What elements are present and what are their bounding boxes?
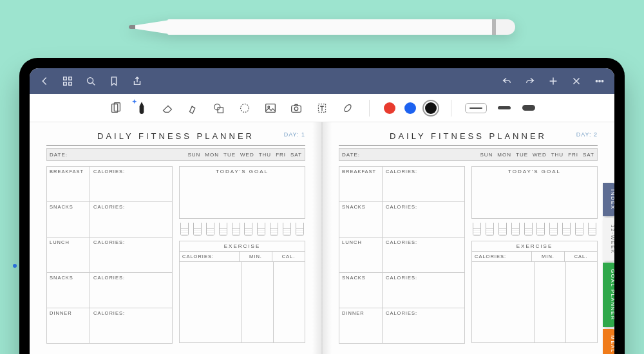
svg-rect-11: [218, 107, 223, 113]
stroke-thick[interactable]: [522, 105, 535, 111]
color-red[interactable]: [384, 102, 395, 114]
screen: ✦ DAILY FITNESS PLANNERDAY: 1DATE:SUNMON…: [30, 68, 614, 354]
tab-index[interactable]: INDEX: [603, 183, 614, 216]
tab-goal-planner[interactable]: GOAL PLANNER: [603, 263, 614, 327]
redo-icon[interactable]: [524, 75, 536, 87]
svg-point-4: [88, 78, 93, 84]
meal-breakfast[interactable]: BREAKFASTCALORIES:: [46, 166, 173, 202]
shapes-icon[interactable]: [212, 100, 226, 116]
date-row[interactable]: DATE:SUNMONTUEWEDTHUFRISAT: [46, 148, 305, 161]
back-icon[interactable]: [39, 75, 50, 87]
svg-rect-13: [266, 104, 276, 112]
pencil-cap: [496, 19, 515, 35]
camera-icon[interactable]: [289, 100, 303, 116]
undo-icon[interactable]: [501, 75, 513, 87]
meal-snacks[interactable]: SNACKSCALORIES:: [46, 201, 173, 238]
exercise-table[interactable]: EXERCISECALORIES:MIN.CAL.: [179, 241, 305, 343]
meal-lunch[interactable]: LUNCHCALORIES:: [46, 237, 173, 273]
page-title: DAILY FITNESS PLANNER: [390, 131, 547, 141]
todays-goal[interactable]: TODAY'S GOAL: [471, 166, 598, 219]
planner-page-day-1[interactable]: DAILY FITNESS PLANNERDAY: 1DATE:SUNMONTU…: [30, 122, 322, 354]
page-spread[interactable]: DAILY FITNESS PLANNERDAY: 1DATE:SUNMONTU…: [30, 122, 614, 354]
stroke-medium[interactable]: [498, 106, 511, 109]
svg-rect-1: [69, 77, 72, 80]
planner-page-day-2[interactable]: DAILY FITNESS PLANNERDAY: 2DATE:SUNMONTU…: [322, 122, 614, 354]
drawing-toolbar: ✦: [30, 94, 614, 122]
color-black[interactable]: [425, 102, 437, 114]
meal-dinner[interactable]: DINNERCALORIES:: [339, 308, 465, 344]
svg-point-10: [214, 104, 220, 109]
water-tracker[interactable]: [471, 223, 598, 236]
day-tag: DAY: 1: [284, 131, 305, 138]
date-row[interactable]: DATE:SUNMONTUEWEDTHUFRISAT: [339, 148, 598, 161]
svg-rect-0: [64, 77, 67, 80]
svg-point-5: [596, 80, 597, 82]
svg-point-7: [601, 80, 603, 82]
lasso-icon[interactable]: [238, 100, 252, 116]
svg-point-6: [599, 80, 600, 82]
close-icon[interactable]: [571, 75, 582, 87]
stroke-thin[interactable]: [466, 104, 486, 113]
tab-meal-planner[interactable]: MEAL PLANNER: [603, 329, 614, 354]
pen-icon[interactable]: ✦: [135, 100, 149, 116]
meal-dinner[interactable]: DINNERCALORIES:: [46, 308, 173, 344]
exercise-table[interactable]: EXERCISECALORIES:MIN.CAL.: [471, 241, 598, 343]
tab-12-week[interactable]: 12-WEEK: [603, 218, 614, 261]
share-icon[interactable]: [131, 75, 143, 87]
svg-rect-2: [64, 82, 67, 86]
meal-lunch[interactable]: LUNCHCALORIES:: [339, 237, 465, 273]
side-tabs: INDEX12-WEEKGOAL PLANNERMEAL PLANNERRECI…: [603, 183, 614, 354]
highlighter-icon[interactable]: [186, 100, 200, 116]
text-icon[interactable]: [315, 100, 329, 116]
color-blue[interactable]: [404, 102, 416, 114]
meal-breakfast[interactable]: BREAKFASTCALORIES:: [339, 166, 465, 202]
add-icon[interactable]: [547, 75, 559, 87]
app-titlebar: [30, 68, 614, 94]
image-icon[interactable]: [263, 100, 278, 116]
svg-point-12: [241, 104, 249, 112]
eraser-icon[interactable]: [160, 100, 175, 116]
shape-tool-icon[interactable]: [109, 100, 123, 116]
meal-snacks[interactable]: SNACKSCALORIES:: [46, 272, 173, 308]
svg-point-18: [343, 103, 352, 113]
tablet-frame: ✦ DAILY FITNESS PLANNERDAY: 1DATE:SUNMON…: [19, 58, 625, 354]
bookmark-icon[interactable]: [108, 75, 120, 87]
camera-indicator: [13, 264, 17, 268]
pencil-body: [167, 19, 496, 35]
svg-point-16: [294, 107, 298, 111]
meal-snacks[interactable]: SNACKSCALORIES:: [339, 272, 465, 308]
apple-pencil: [129, 19, 515, 35]
search-icon[interactable]: [85, 75, 97, 87]
todays-goal[interactable]: TODAY'S GOAL: [179, 166, 305, 219]
more-icon[interactable]: [594, 75, 605, 87]
day-tag: DAY: 2: [576, 131, 598, 138]
svg-rect-3: [69, 82, 72, 86]
water-tracker[interactable]: [179, 223, 305, 236]
meal-snacks[interactable]: SNACKSCALORIES:: [339, 201, 465, 238]
link-icon[interactable]: [341, 100, 355, 116]
page-title: DAILY FITNESS PLANNER: [97, 131, 254, 141]
thumbnails-icon[interactable]: [62, 75, 73, 87]
